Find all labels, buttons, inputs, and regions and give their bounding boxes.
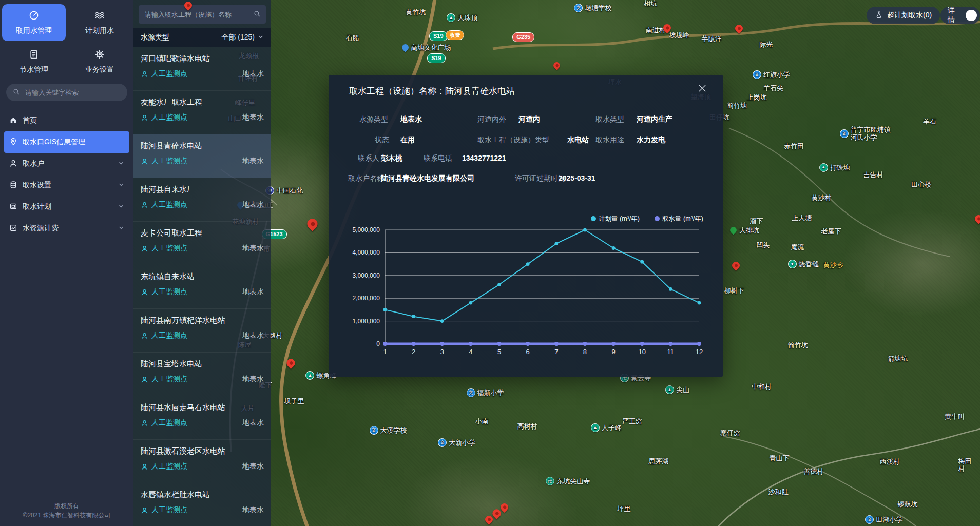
- map-label-text: 黄沙村: [811, 194, 831, 202]
- sidebar-item-5[interactable]: 水资源计费: [4, 218, 129, 239]
- sidebar-item-2[interactable]: 取水户: [4, 153, 129, 174]
- svg-text:5: 5: [497, 348, 501, 356]
- map-label-text: 田湖小学: [876, 516, 902, 523]
- toggle-knob[interactable]: [966, 10, 977, 21]
- list-item[interactable]: 陆河县宝塔水电站人工监测点地表水: [133, 353, 271, 396]
- station-search-input[interactable]: [144, 10, 250, 19]
- list-item[interactable]: 东坑镇自来水站人工监测点地表水: [133, 265, 271, 309]
- mountain-icon: ▲: [305, 371, 314, 380]
- list-item[interactable]: 陆河县南万镇杞洋水电站人工监测点地表水: [133, 309, 271, 353]
- list-item[interactable]: 麦卡公司取水工程人工监测点地表水: [133, 222, 271, 265]
- map-label: 箭塘坑: [888, 355, 908, 362]
- water-type: 地表水: [242, 418, 264, 427]
- filter-value: 全部 (125): [221, 33, 255, 42]
- map-label-text: 高树村: [517, 422, 537, 430]
- map-label-text: 思茅湖: [649, 457, 669, 465]
- copyright-line1: 版权所有: [0, 501, 133, 511]
- station-name: 友能水厂取水工程: [141, 98, 264, 107]
- map-label: 青山下: [769, 454, 789, 462]
- svg-text:3,000,000: 3,000,000: [353, 272, 380, 279]
- map-label: 坝子里: [284, 397, 304, 405]
- field-label: 联系人: [358, 153, 379, 163]
- map-label-text: 中国石化: [276, 187, 303, 194]
- svg-text:8: 8: [583, 348, 587, 356]
- map-label: S19: [427, 53, 446, 63]
- map-label-text: 红旗小学: [763, 71, 790, 79]
- sidebar-item-0[interactable]: 首页: [4, 110, 129, 131]
- school-icon: 文: [753, 70, 761, 79]
- app-tile-0[interactable]: 取用水管理: [2, 4, 66, 41]
- field-value: 地表水: [400, 114, 422, 124]
- sidebar-item-3[interactable]: 取水设置: [4, 174, 129, 196]
- map-label-text: 埃垅峰: [669, 31, 689, 39]
- close-icon[interactable]: [697, 83, 707, 93]
- list-item[interactable]: 河口镇唱歌潭水电站人工监测点地表水: [133, 47, 271, 91]
- app-tile-2[interactable]: 节水管理: [2, 43, 66, 80]
- station-name: 陆河县自来水厂: [141, 185, 264, 194]
- svg-text:1,000,000: 1,000,000: [353, 318, 380, 325]
- copyright-footer: 版权所有 ©2021 珠海市仁智科技有限公司: [0, 501, 133, 520]
- map-label-text: 吉告村: [863, 171, 883, 179]
- person-icon: [141, 463, 148, 471]
- map-label: 文大溪学校: [370, 426, 407, 435]
- map-label-text: 烧香缝: [799, 260, 819, 268]
- sidebar-item-label: 取水户: [23, 159, 44, 168]
- sidebar-item-4[interactable]: 取水计划: [4, 196, 129, 218]
- list-item[interactable]: 陆河县激石溪老区水电站人工监测点地表水: [133, 440, 271, 483]
- school-icon: 文: [467, 388, 475, 397]
- map-label: 收费: [446, 30, 464, 40]
- map-label: 吉告村: [863, 171, 883, 179]
- over-plan-intake-button[interactable]: 超计划取水(0): [867, 7, 940, 24]
- keyword-search-box: [6, 84, 127, 101]
- map-label: 田心楼: [911, 181, 931, 188]
- map-label-text: 普宁市船埔镇 河氏小学: [851, 126, 891, 141]
- app-tile-1[interactable]: 计划用水: [68, 4, 131, 41]
- monitor-tag: 人工监测点: [151, 69, 187, 79]
- doc-icon: [29, 49, 39, 61]
- line-chart-svg: 01,000,0002,000,0003,000,0004,000,0005,0…: [329, 207, 723, 373]
- list-item[interactable]: 友能水厂取水工程人工监测点地表水: [133, 91, 271, 134]
- chart-icon: [9, 224, 17, 233]
- list-item[interactable]: 陆河县青砼水电站人工监测点地表水: [133, 134, 271, 178]
- map-label-text: 柳树下: [724, 287, 744, 295]
- map-label: 文福新小学: [467, 388, 504, 397]
- app-tile-3[interactable]: 业务设置: [68, 43, 131, 80]
- person-icon: [141, 114, 148, 122]
- field-value: 河道内: [518, 114, 540, 124]
- station-name: 陆河县南万镇杞洋水电站: [141, 316, 264, 325]
- map-label: ●打铁塘: [819, 163, 850, 172]
- map-label-text: 善德村: [803, 467, 823, 475]
- map-label-text: 寨仔窝: [720, 429, 740, 437]
- sidebar-item-1[interactable]: 取水口GIS信息管理: [4, 131, 129, 153]
- map-label: 老屋下: [821, 227, 841, 235]
- road-badge: S19: [429, 31, 448, 41]
- list-item[interactable]: 陆河县自来水厂人工监测点地表水: [133, 178, 271, 222]
- field-label: 状态: [375, 134, 389, 145]
- map-label-text: 黄牛叫: [945, 413, 965, 420]
- school-icon: 文: [438, 438, 447, 447]
- map-label: 黄沙村: [811, 194, 831, 202]
- field-label: 河道内外: [477, 114, 506, 124]
- person-icon: [141, 332, 148, 340]
- monitor-tag: 人工监测点: [151, 244, 187, 253]
- water-type: 地表水: [242, 375, 264, 384]
- svg-text:5,000,000: 5,000,000: [353, 226, 380, 233]
- list-item[interactable]: 陆河县水唇走马石水电站人工监测点地表水: [133, 396, 271, 440]
- map-label-text: 天珠顶: [457, 14, 477, 22]
- map-label-text: 高塘文化广场: [411, 44, 451, 51]
- map-label: 严王窝: [622, 417, 642, 425]
- search-icon[interactable]: [253, 10, 261, 20]
- filter-value-dropdown[interactable]: 全部 (125): [221, 33, 264, 42]
- chevron-down-icon: [118, 224, 124, 232]
- list-item[interactable]: 水唇镇水栏肚水电站人工监测点地表水: [133, 483, 271, 526]
- svg-text:4: 4: [469, 348, 472, 356]
- keyword-search-input[interactable]: [24, 88, 121, 97]
- gauge-icon: [29, 10, 39, 22]
- home-icon: [9, 116, 17, 126]
- map-label: 高塘文化广场: [402, 44, 451, 51]
- map-label-text: 西溪村: [880, 458, 900, 465]
- station-name: 陆河县宝塔水电站: [141, 359, 264, 369]
- monitor-tag: 人工监测点: [151, 200, 187, 209]
- detail-toggle[interactable]: 详情: [940, 7, 980, 24]
- map-label: G235: [512, 32, 534, 42]
